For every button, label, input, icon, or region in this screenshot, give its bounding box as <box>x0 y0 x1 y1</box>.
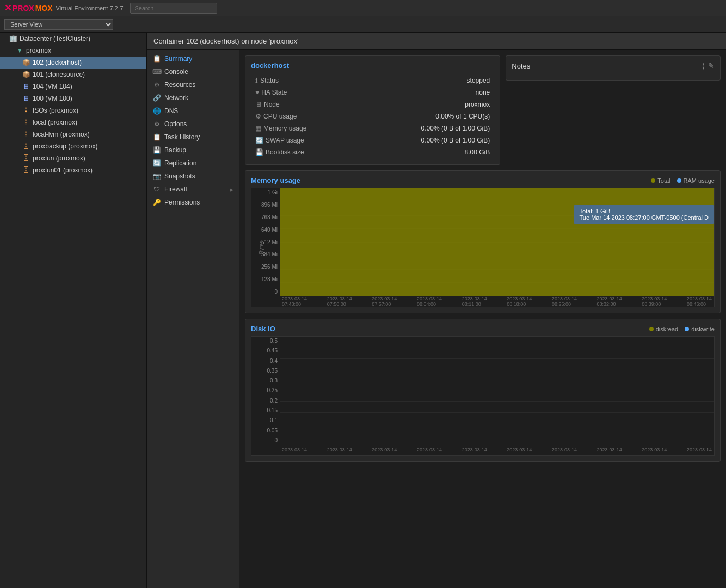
memory-chart-inner: Total: 1 GiB Tue Mar 14 2023 08:27:00 GM… <box>280 188 714 296</box>
main-header: Container 102 (dockerhost) on node 'prox… <box>147 33 726 50</box>
nav-label-options: Options <box>164 120 187 128</box>
tree-item-proxlun01[interactable]: 🗄 proxlun01 (proxmox) <box>0 164 146 176</box>
legend-ram: RAM usage <box>677 177 715 184</box>
table-row: ⚙CPU usage 0.00% of 1 CPU(s) <box>252 111 493 122</box>
tree-label-isos: ISOs (proxmox) <box>33 107 78 114</box>
nav-item-resources[interactable]: ⚙ Resources <box>147 78 239 91</box>
nav-item-options[interactable]: ⚙ Options <box>147 117 239 131</box>
nav-label-firewall: Firewall <box>164 185 187 193</box>
nav-menu: 📋 Summary ⌨ Console ⚙ Resources 🔗 Networ… <box>147 50 239 588</box>
info-card-title: dockerhost <box>251 61 494 70</box>
notes-expand-button[interactable]: ⟩ <box>702 61 705 70</box>
backup-icon: 💾 <box>152 146 161 154</box>
nav-item-snapshots[interactable]: 📷 Snapshots <box>147 170 239 183</box>
total-legend-dot <box>651 178 655 183</box>
storage-icon-local: 🗄 <box>22 118 30 127</box>
memory-chart-header: Memory usage Total RAM usage <box>251 176 715 184</box>
tree-item-isos[interactable]: 🗄 ISOs (proxmox) <box>0 104 146 116</box>
tree-item-vm104[interactable]: 🖥 104 (VM 104) <box>0 81 146 92</box>
firewall-arrow-icon <box>230 185 233 193</box>
nav-label-permissions: Permissions <box>164 199 200 206</box>
nav-item-permissions[interactable]: 🔑 Permissions <box>147 196 239 209</box>
nav-item-firewall[interactable]: 🛡 Firewall <box>147 183 239 196</box>
main-header-title: Container 102 (dockerhost) on node 'prox… <box>153 37 299 45</box>
notes-title: Notes <box>512 62 530 70</box>
disk-chart-header: Disk IO diskread diskwrite <box>251 325 715 333</box>
grid-line <box>280 391 714 391</box>
summary-icon: 📋 <box>152 55 161 63</box>
tree-label-datacenter: Datacenter (TestCluster) <box>20 35 90 42</box>
disk-y-7: 0.15 <box>254 407 278 413</box>
snapshots-icon: 📷 <box>152 172 161 180</box>
node-icon: ▼ <box>15 46 24 55</box>
tree-item-proxbackup[interactable]: 🗄 proxbackup (proxmox) <box>0 140 146 152</box>
disk-y-9: 0.05 <box>254 428 278 434</box>
tree-item-ct101[interactable]: 📦 101 (clonesource) <box>0 69 146 81</box>
grid-line <box>280 423 714 423</box>
nav-item-console[interactable]: ⌨ Console <box>147 65 239 78</box>
notes-edit-button[interactable]: ✎ <box>708 61 715 70</box>
tooltip-line1: Total: 1 GiB <box>580 208 709 214</box>
server-view-dropdown[interactable]: Server View Folder View <box>4 19 113 30</box>
tree-item-vm100[interactable]: 🖥 100 (VM 100) <box>0 92 146 104</box>
diskwrite-legend-dot <box>685 327 689 331</box>
nav-item-task-history[interactable]: 📋 Task History <box>147 131 239 144</box>
status-icon: ℹ <box>255 77 258 84</box>
tree-item-proxlun[interactable]: 🗄 proxlun (proxmox) <box>0 152 146 164</box>
options-icon: ⚙ <box>152 120 161 128</box>
notes-card: Notes ⟩ ✎ <box>506 55 721 81</box>
nav-label-task-history: Task History <box>164 133 200 141</box>
tree-item-ct102[interactable]: 📦 102 (dockerhost) <box>0 57 146 69</box>
table-row: 💾Bootdisk size 8.00 GiB <box>252 147 493 158</box>
disk-chart-title: Disk IO <box>251 325 275 333</box>
disk-x-4: 2023-03-14 <box>462 447 487 453</box>
table-row: ▦Memory usage 0.00% (0 B of 1.00 GiB) <box>252 123 493 134</box>
storage-icon-proxbackup: 🗄 <box>22 142 30 151</box>
tree-item-local[interactable]: 🗄 local (proxmox) <box>0 116 146 128</box>
x-label-3: 2023-03-1408:04:00 <box>417 296 442 307</box>
disk-y-0: 0.5 <box>254 338 278 344</box>
disk-chart-grid <box>280 337 714 444</box>
disk-y-6: 0.2 <box>254 398 278 404</box>
y-label-3: 640 Mi <box>254 227 278 233</box>
tree-item-local-lvm[interactable]: 🗄 local-lvm (proxmox) <box>0 128 146 140</box>
x-label-8: 2023-03-1408:39:00 <box>642 296 667 307</box>
diskread-legend-dot <box>649 327 654 331</box>
nav-label-snapshots: Snapshots <box>164 172 195 180</box>
swap-icon: 🔄 <box>255 137 263 144</box>
x-label-4: 2023-03-1408:11:00 <box>462 296 487 307</box>
replication-icon: 🔄 <box>152 159 161 167</box>
disk-x-9: 2023-03-14 <box>687 447 712 453</box>
nav-item-summary[interactable]: 📋 Summary <box>147 52 239 65</box>
disk-x-7: 2023-03-14 <box>597 447 622 453</box>
nav-label-resources: Resources <box>164 81 195 89</box>
disk-chart-card: Disk IO diskread diskwrite 0.5 0.45 0.4 … <box>245 319 721 462</box>
nav-item-backup[interactable]: 💾 Backup <box>147 144 239 157</box>
logo: ✕ PROXMOX Virtual Environment 7.2-7 <box>4 3 124 13</box>
nav-item-dns[interactable]: 🌐 DNS <box>147 104 239 117</box>
tree-item-datacenter[interactable]: 🏢 Datacenter (TestCluster) <box>0 33 146 45</box>
search-input[interactable] <box>130 3 217 14</box>
storage-icon-local-lvm: 🗄 <box>22 130 30 139</box>
nav-item-network[interactable]: 🔗 Network <box>147 91 239 104</box>
tree-label-proxlun: proxlun (proxmox) <box>33 154 85 162</box>
memory-chart-legend: Total RAM usage <box>651 177 715 184</box>
ram-legend-dot <box>677 178 681 183</box>
grid-line <box>280 348 714 348</box>
tree-label-local-lvm: local-lvm (proxmox) <box>33 131 90 138</box>
legend-diskwrite: diskwrite <box>685 326 715 332</box>
logo-mox: MOX <box>35 4 53 13</box>
memory-icon: ▦ <box>255 125 261 132</box>
nav-item-replication[interactable]: 🔄 Replication <box>147 157 239 170</box>
disk-y-4: 0.3 <box>254 377 278 383</box>
storage-icon-proxlun01: 🗄 <box>22 166 30 175</box>
nav-label-backup: Backup <box>164 146 186 154</box>
disk-y-2: 0.4 <box>254 358 278 364</box>
x-label-2: 2023-03-1407:57:00 <box>372 296 397 307</box>
memory-y-label: Bytes <box>259 240 264 254</box>
permissions-icon: 🔑 <box>152 199 161 206</box>
disk-y-axis: 0.5 0.45 0.4 0.35 0.3 0.25 0.2 0.15 0.1 … <box>251 337 280 444</box>
tree-item-proxmox[interactable]: ▼ proxmox <box>0 45 146 57</box>
disk-icon: 💾 <box>255 148 263 156</box>
right-panel: dockerhost ℹStatus stopped ♥HA State non… <box>239 50 726 588</box>
